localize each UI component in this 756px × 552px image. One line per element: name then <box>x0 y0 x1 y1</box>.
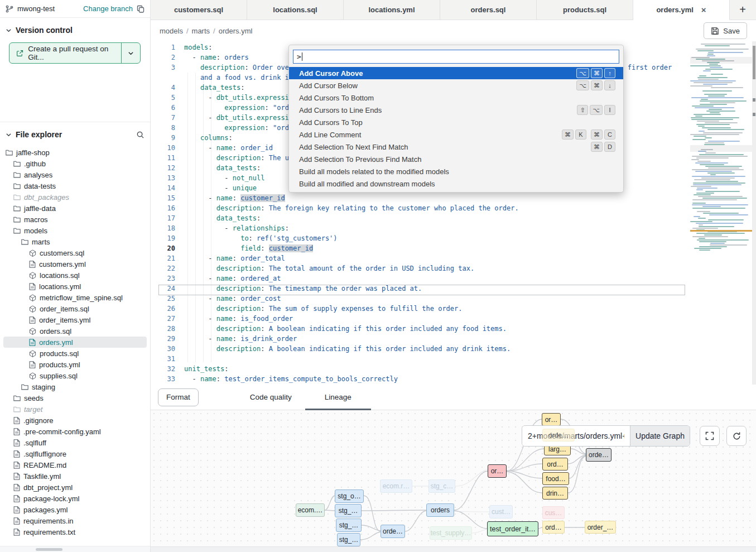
tree-item-jaffle-shop[interactable]: jaffle-shop <box>3 147 147 158</box>
version-control-header[interactable]: Version control <box>0 18 150 40</box>
palette-item-add-cursor-above[interactable]: Add Cursor Above⌥⌘↑ <box>289 67 623 79</box>
breadcrumb-marts[interactable]: marts <box>192 27 210 35</box>
code-line[interactable]: - name: order_cost <box>184 294 672 304</box>
copy-branch-icon[interactable] <box>137 5 145 13</box>
tree-item--gitignore[interactable]: .gitignore <box>3 415 147 426</box>
tree-item-products-sql[interactable]: products.sql <box>3 348 147 359</box>
lineage-node-ord-[interactable]: ord… <box>542 458 568 471</box>
palette-item-build-all-modified-and-downstream-models[interactable]: Build all modified and downstream models <box>289 177 623 190</box>
lineage-node-stg-c-[interactable]: stg_c… <box>428 479 455 493</box>
lineage-node-test-supply-[interactable]: test_supply… <box>430 526 472 540</box>
palette-item-add-line-comment[interactable]: Add Line Comment⌘K⌘C <box>289 128 623 141</box>
lineage-node-ecom-[interactable]: ecom.… <box>296 503 325 517</box>
tree-item-jaffle-data[interactable]: jaffle-data <box>3 203 147 214</box>
save-button[interactable]: Save <box>704 22 747 39</box>
code-line[interactable]: - name: test_order_items_compute_to_bool… <box>184 374 672 384</box>
tree-item-locations-yml[interactable]: locations.yml <box>3 281 147 292</box>
lineage-node-or-[interactable]: or… <box>542 413 561 426</box>
lineage-filter-input[interactable] <box>522 426 630 446</box>
code-line[interactable]: - name: is_food_order <box>184 314 672 324</box>
lineage-node-stg-[interactable]: stg_… <box>336 519 362 532</box>
code-line[interactable]: - name: is_drink_order <box>184 334 672 344</box>
tree-item-marts[interactable]: marts <box>3 236 147 247</box>
code-line[interactable]: description: The foreign key relating to… <box>184 203 672 213</box>
command-palette-input[interactable]: > <box>293 50 619 64</box>
lineage-canvas[interactable]: ecom.…stg_o…stg_…stg_…stg_…orde…ordersec… <box>151 410 756 552</box>
palette-item-add-cursors-to-bottom[interactable]: Add Cursors To Bottom <box>289 92 623 104</box>
tree-item-requirements-in[interactable]: requirements.in <box>3 515 147 526</box>
code-line[interactable]: field: customer_id <box>184 243 672 253</box>
code-line[interactable]: - name: customer_id <box>184 193 672 203</box>
code-line[interactable]: - name: ordered_at <box>184 273 672 284</box>
refresh-button[interactable] <box>726 426 747 446</box>
lineage-node-ord-[interactable]: ord… <box>542 521 565 534</box>
lineage-node-cus-[interactable]: cus… <box>542 506 565 519</box>
lineage-node-stg-[interactable]: stg_… <box>335 504 362 517</box>
code-line[interactable] <box>184 354 672 364</box>
code-line[interactable]: - relationships: <box>184 223 672 233</box>
create-pr-button[interactable]: Create a pull request on Git... <box>9 42 141 64</box>
tree-item-readme-md[interactable]: README.md <box>3 459 147 471</box>
editor-tab-customers-sql[interactable]: customers.sql <box>151 0 247 20</box>
tree-item-packages-yml[interactable]: packages.yml <box>3 504 147 515</box>
tree-item-dbt-packages[interactable]: dbt_packages <box>3 191 147 203</box>
tree-item-requirements-txt[interactable]: requirements.txt <box>3 526 147 537</box>
tree-item-locations-sql[interactable]: locations.sql <box>3 270 147 281</box>
fullscreen-button[interactable] <box>700 426 720 446</box>
tree-item-staging[interactable]: staging <box>3 381 147 392</box>
lineage-node-food-[interactable]: food… <box>542 472 569 485</box>
pr-dropdown-toggle[interactable] <box>121 43 140 63</box>
lineage-node-orde-[interactable]: orde… <box>542 429 575 441</box>
tree-item-models[interactable]: models <box>3 225 147 236</box>
search-icon[interactable] <box>136 131 145 139</box>
change-branch-link[interactable]: Change branch <box>83 4 133 13</box>
tree-item-dbt-project-yml[interactable]: dbt_project.yml <box>3 482 147 493</box>
code-line[interactable]: data_tests: <box>184 213 672 223</box>
code-line[interactable]: description: A boolean indicating if thi… <box>184 324 672 334</box>
editor-tab-locations-sql[interactable]: locations.sql <box>247 0 344 20</box>
code-line[interactable]: to: ref('stg_customers') <box>184 233 672 243</box>
breadcrumb-models[interactable]: models <box>160 27 183 35</box>
palette-item-add-cursor-below[interactable]: Add Cursor Below⌥⌘↓ <box>289 79 623 92</box>
code-line[interactable]: description: The sum of supply expenses … <box>184 304 672 314</box>
tab-lineage[interactable]: Lineage <box>318 385 358 410</box>
lineage-node-order-[interactable]: order_… <box>585 521 616 534</box>
tab-code-quality[interactable]: Code quality <box>243 385 298 410</box>
code-line[interactable]: description: The total amount of the ord… <box>184 263 672 273</box>
tree-item-analyses[interactable]: analyses <box>3 169 147 180</box>
sidebar-horizontal-scrollbar[interactable] <box>0 546 150 552</box>
editor-tab-locations-yml[interactable]: locations.yml <box>344 0 440 20</box>
editor-tab-orders-yml[interactable]: orders.yml× <box>633 0 730 20</box>
tree-item--sqlfluffignore[interactable]: .sqlfluffignore <box>3 448 147 459</box>
format-button[interactable]: Format <box>158 388 199 406</box>
lineage-node-stg-o-[interactable]: stg_o… <box>335 489 364 503</box>
tree-item-customers-sql[interactable]: customers.sql <box>3 247 147 258</box>
tree-item--github[interactable]: .github <box>3 158 147 169</box>
tree-item-order-items-sql[interactable]: order_items.sql <box>3 303 147 314</box>
lineage-node-ecom-r-[interactable]: ecom.r… <box>380 479 412 493</box>
tree-item-orders-yml[interactable]: orders.yml <box>3 337 147 348</box>
editor-tab-orders-sql[interactable]: orders.sql <box>440 0 537 20</box>
code-line[interactable]: description: The timestamp the order was… <box>184 284 672 294</box>
tree-item--pre-commit-config-yaml[interactable]: .pre-commit-config.yaml <box>3 426 147 437</box>
tree-item--sqlfluff[interactable]: .sqlfluff <box>3 437 147 448</box>
minimap[interactable] <box>690 44 753 295</box>
lineage-node-orde-[interactable]: orde… <box>381 525 405 538</box>
palette-item-add-selection-to-next-find-match[interactable]: Add Selection To Next Find Match⌘D <box>289 141 623 153</box>
editor-tab-products-sql[interactable]: products.sql <box>537 0 633 20</box>
code-line[interactable]: - name: order_total <box>184 253 672 263</box>
scrollbar-handle[interactable] <box>753 46 755 79</box>
file-explorer-header[interactable]: File explorer <box>0 122 150 145</box>
tree-item-orders-sql[interactable]: orders.sql <box>3 325 147 337</box>
code-line[interactable]: unit_tests: <box>184 364 672 374</box>
tree-item-target[interactable]: target <box>3 404 147 415</box>
tree-item-package-lock-yml[interactable]: package-lock.yml <box>3 493 147 504</box>
close-tab-icon[interactable]: × <box>701 5 706 15</box>
lineage-node-drin-[interactable]: drin… <box>542 487 568 500</box>
palette-item-add-cursors-to-top[interactable]: Add Cursors To Top <box>289 116 623 128</box>
update-graph-button[interactable]: Update Graph <box>630 426 690 446</box>
palette-item-add-selection-to-previous-find-match[interactable]: Add Selection To Previous Find Match <box>289 153 623 165</box>
tree-item-products-yml[interactable]: products.yml <box>3 359 147 370</box>
tree-item-supplies-sql[interactable]: supplies.sql <box>3 370 147 381</box>
tree-item-data-tests[interactable]: data-tests <box>3 180 147 191</box>
